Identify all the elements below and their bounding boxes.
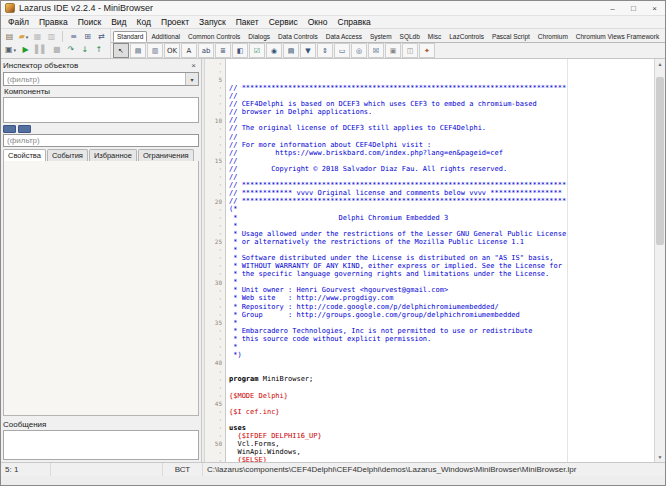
component-tree[interactable] [3,97,199,123]
scrollbar-thumb[interactable] [656,77,664,246]
palette-tab-chromium[interactable]: Chromium [534,31,572,42]
code-line: // CEF4Delphi is based on DCEF3 which us… [229,100,654,108]
tmemo-button[interactable]: ≣ [215,43,231,58]
minimize-button[interactable]: – [602,1,623,15]
tlistbox-button[interactable]: ▤ [283,43,299,58]
palette-tab-chromium-views-framework[interactable]: Chromium Views Framework [572,31,663,42]
dropdown-arrow-icon: ▾ [26,34,29,40]
oi-tab-properties[interactable]: Свойства [3,149,46,161]
gutter-line: · [205,181,222,189]
menu-item-file[interactable]: Файл [3,17,34,27]
tbutton-button[interactable]: OK [164,43,180,58]
menu-item-edit[interactable]: Правка [34,17,73,27]
palette-tab-common-controls[interactable]: Common Controls [184,31,244,42]
tradiobutton-button[interactable]: ◉ [266,43,282,58]
toolbar-row-2: ▣▾▶▌▌■↷↓↑ [3,44,108,58]
view-units-button[interactable]: ≡ [67,30,80,43]
tradiogroup-button[interactable]: ◎ [351,43,367,58]
code-line: // [229,157,654,165]
maximize-button[interactable]: □ [623,1,644,15]
build-mode-button[interactable]: ▣▾ [3,44,18,57]
menu-item-view[interactable]: Вид [106,17,131,27]
editor-scrollbar[interactable]: ▲ ▼ [654,59,665,462]
palette-tab-system[interactable]: System [366,31,396,42]
property-filter-input[interactable]: (фильтр) [3,134,199,147]
code-line [229,400,654,408]
palette-tab-data-controls[interactable]: Data Controls [274,31,322,42]
palette-tab-rtti[interactable]: RTTI [663,31,665,42]
ttogglebox-icon: ◧ [237,47,244,55]
code-line: {$IFDEF DELPHI16_UP} [229,432,654,440]
oi-tool-button-1[interactable] [3,125,16,133]
palette-tab-sqldb[interactable]: SQLdb [396,31,424,42]
component-filter-combo[interactable]: (фильтр) ▾ [3,72,199,86]
gutter-line: 20 [205,198,222,206]
oi-tool-button-2[interactable] [18,125,31,133]
close-icon[interactable]: × [188,61,199,70]
new-unit-button[interactable]: ▤ [3,30,16,43]
code-line: {$MODE Delphi} [229,392,654,400]
editor-code[interactable]: // *************************************… [226,59,654,462]
palette-tab-lazcontrols[interactable]: LazControls [445,31,488,42]
run-button[interactable]: ▶ [19,44,32,57]
menu-item-window[interactable]: Окно [303,17,333,27]
menu-item-package[interactable]: Пакет [231,17,264,27]
palette-tab-data-access[interactable]: Data Access [322,31,366,42]
gutter-line: · [205,432,222,440]
menu-item-search[interactable]: Поиск [73,17,107,27]
messages-panel: Сообщения [1,420,201,462]
gutter-line: · [205,408,222,416]
tactionlist-button[interactable]: ✦ [419,43,435,58]
view-forms-button[interactable]: ⊞ [81,30,94,43]
oi-tab-events[interactable]: События [47,149,88,161]
tscrollbar-icon: ⇕ [322,47,328,55]
tgroupbox-button[interactable]: ▭ [334,43,350,58]
tpanel-button[interactable]: ▣ [385,43,401,58]
palette-tab-pascal-script[interactable]: Pascal Script [488,31,534,42]
chevron-down-icon[interactable]: ▾ [185,73,198,85]
close-button[interactable]: × [644,1,665,15]
source-editor[interactable]: ··5····10····15····20····25····30····35·… [205,59,665,462]
code-line: * WITHOUT WARRANTY OF ANY KIND, either e… [229,262,654,270]
menu-item-help[interactable]: Справка [333,17,376,27]
code-line [229,416,654,424]
tscrollbar-button[interactable]: ⇕ [317,43,333,58]
scrollbar-track[interactable] [655,69,665,452]
tcombobox-button[interactable]: ▼ [300,43,316,58]
gutter-line: · [205,165,222,173]
property-grid[interactable] [3,161,199,416]
scroll-up-icon[interactable]: ▲ [655,59,665,69]
toggle-form-unit-button[interactable]: ⇄ [95,30,108,43]
oi-tab-favorites[interactable]: Избранное [89,149,137,161]
step-into-button[interactable]: ↓ [78,44,91,57]
code-line: * Unit owner : Henri Gourvest <hgourvest… [229,286,654,294]
code-line: * [229,319,654,327]
palette-tab-additional[interactable]: Additional [147,31,184,42]
oi-tab-restricted[interactable]: Ограничения [138,149,194,161]
tpopupmenu-button[interactable]: ▥ [147,43,163,58]
open-button[interactable]: ▰▾ [17,30,30,43]
scroll-down-icon[interactable]: ▼ [655,452,665,462]
tmainmenu-button[interactable]: ▤ [130,43,146,58]
gutter-line: · [205,100,222,108]
select-tool-button[interactable]: ↖ [113,43,129,58]
code-line: // [229,116,654,124]
palette-tab-standard[interactable]: Standard [113,31,147,42]
palette-tab-dialogs[interactable]: Dialogs [244,31,274,42]
step-out-button[interactable]: ↑ [92,44,105,57]
view-units-icon: ≡ [70,33,77,41]
tlabel-button[interactable]: A [181,43,197,58]
ttogglebox-button[interactable]: ◧ [232,43,248,58]
tcheckbox-button[interactable]: ☑ [249,43,265,58]
menu-item-project[interactable]: Проект [156,17,194,27]
menu-item-tools[interactable]: Сервис [264,17,303,27]
code-line: // *************************************… [229,181,654,189]
menu-item-run[interactable]: Запуск [194,17,231,27]
menu-item-source[interactable]: Код [132,17,156,27]
palette-tab-misc[interactable]: Misc [424,31,445,42]
step-over-button[interactable]: ↷ [64,44,77,57]
messages-list[interactable] [3,430,199,460]
tcheckgroup-button[interactable]: ☒ [368,43,384,58]
tframe-button[interactable]: ◫ [402,43,418,58]
tedit-button[interactable]: ab [198,43,214,58]
